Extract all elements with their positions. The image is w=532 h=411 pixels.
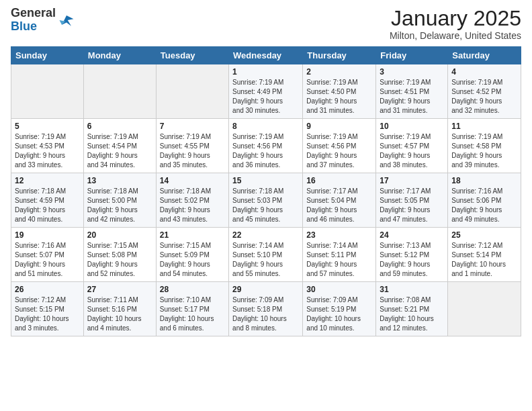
day-info: Sunrise: 7:19 AMSunset: 4:56 PMDaylight:… <box>306 132 372 170</box>
day-info: Sunrise: 7:12 AMSunset: 5:14 PMDaylight:… <box>451 241 517 279</box>
day-number: 18 <box>451 176 517 185</box>
day-number: 7 <box>160 122 225 131</box>
svg-marker-0 <box>62 15 74 26</box>
day-number: 28 <box>160 285 225 294</box>
day-info: Sunrise: 7:17 AMSunset: 5:04 PMDaylight:… <box>306 187 372 224</box>
day-number: 12 <box>15 176 80 185</box>
table-row: 30Sunrise: 7:09 AMSunset: 5:19 PMDayligh… <box>303 282 376 336</box>
table-row: 1Sunrise: 7:19 AMSunset: 4:49 PMDaylight… <box>229 64 303 119</box>
day-number: 27 <box>87 285 152 294</box>
day-number: 22 <box>232 230 299 240</box>
day-info: Sunrise: 7:14 AMSunset: 5:10 PMDaylight:… <box>232 241 299 279</box>
table-row: 31Sunrise: 7:08 AMSunset: 5:21 PMDayligh… <box>376 282 448 336</box>
day-info: Sunrise: 7:19 AMSunset: 4:49 PMDaylight:… <box>232 78 299 116</box>
calendar-table: Sunday Monday Tuesday Wednesday Thursday… <box>11 46 521 336</box>
day-number: 13 <box>87 176 152 185</box>
calendar-week-row: 19Sunrise: 7:16 AMSunset: 5:07 PMDayligh… <box>11 228 521 282</box>
day-info: Sunrise: 7:19 AMSunset: 4:56 PMDaylight:… <box>232 132 299 170</box>
table-row: 13Sunrise: 7:18 AMSunset: 5:00 PMDayligh… <box>83 173 156 228</box>
day-number: 21 <box>160 230 225 240</box>
day-info: Sunrise: 7:19 AMSunset: 4:52 PMDaylight:… <box>451 78 517 116</box>
table-row: 15Sunrise: 7:18 AMSunset: 5:03 PMDayligh… <box>229 173 303 228</box>
day-info: Sunrise: 7:19 AMSunset: 4:54 PMDaylight:… <box>87 132 152 170</box>
day-number: 30 <box>306 285 372 294</box>
day-info: Sunrise: 7:19 AMSunset: 4:57 PMDaylight:… <box>380 132 444 170</box>
table-row: 16Sunrise: 7:17 AMSunset: 5:04 PMDayligh… <box>303 173 376 228</box>
table-row: 20Sunrise: 7:15 AMSunset: 5:08 PMDayligh… <box>83 228 156 282</box>
day-info: Sunrise: 7:15 AMSunset: 5:09 PMDaylight:… <box>160 241 225 279</box>
day-number: 14 <box>160 176 225 185</box>
day-number: 6 <box>87 122 152 131</box>
day-number: 2 <box>306 67 372 77</box>
day-info: Sunrise: 7:13 AMSunset: 5:12 PMDaylight:… <box>380 241 444 279</box>
col-wednesday: Wednesday <box>229 47 303 64</box>
title-block: January 2025 Milton, Delaware, United St… <box>390 7 521 41</box>
day-info: Sunrise: 7:08 AMSunset: 5:21 PMDaylight:… <box>380 295 444 333</box>
table-row: 7Sunrise: 7:19 AMSunset: 4:55 PMDaylight… <box>156 119 228 173</box>
table-row: 8Sunrise: 7:19 AMSunset: 4:56 PMDaylight… <box>229 119 303 173</box>
day-number: 19 <box>15 230 80 240</box>
day-number: 25 <box>451 230 517 240</box>
day-info: Sunrise: 7:19 AMSunset: 4:51 PMDaylight:… <box>380 78 444 116</box>
day-number: 4 <box>451 67 517 77</box>
day-info: Sunrise: 7:18 AMSunset: 5:02 PMDaylight:… <box>160 187 225 224</box>
logo-bird-icon <box>57 11 76 30</box>
day-info: Sunrise: 7:18 AMSunset: 5:00 PMDaylight:… <box>87 187 152 224</box>
day-info: Sunrise: 7:09 AMSunset: 5:19 PMDaylight:… <box>306 295 372 333</box>
table-row <box>448 282 521 336</box>
location: Milton, Delaware, United States <box>390 30 521 41</box>
day-info: Sunrise: 7:18 AMSunset: 4:59 PMDaylight:… <box>15 187 80 224</box>
table-row: 27Sunrise: 7:11 AMSunset: 5:16 PMDayligh… <box>83 282 156 336</box>
table-row: 22Sunrise: 7:14 AMSunset: 5:10 PMDayligh… <box>229 228 303 282</box>
table-row: 2Sunrise: 7:19 AMSunset: 4:50 PMDaylight… <box>303 64 376 119</box>
table-row: 24Sunrise: 7:13 AMSunset: 5:12 PMDayligh… <box>376 228 448 282</box>
table-row: 5Sunrise: 7:19 AMSunset: 4:53 PMDaylight… <box>11 119 84 173</box>
day-info: Sunrise: 7:19 AMSunset: 4:53 PMDaylight:… <box>15 132 80 170</box>
day-number: 26 <box>15 285 80 294</box>
calendar-week-row: 12Sunrise: 7:18 AMSunset: 4:59 PMDayligh… <box>11 173 521 228</box>
day-info: Sunrise: 7:17 AMSunset: 5:05 PMDaylight:… <box>380 187 444 224</box>
day-info: Sunrise: 7:09 AMSunset: 5:18 PMDaylight:… <box>232 295 299 333</box>
table-row: 23Sunrise: 7:14 AMSunset: 5:11 PMDayligh… <box>303 228 376 282</box>
col-tuesday: Tuesday <box>156 47 228 64</box>
table-row: 19Sunrise: 7:16 AMSunset: 5:07 PMDayligh… <box>11 228 84 282</box>
table-row: 18Sunrise: 7:16 AMSunset: 5:06 PMDayligh… <box>448 173 521 228</box>
table-row: 6Sunrise: 7:19 AMSunset: 4:54 PMDaylight… <box>83 119 156 173</box>
day-number: 10 <box>380 122 444 131</box>
table-row <box>83 64 156 119</box>
calendar-week-row: 5Sunrise: 7:19 AMSunset: 4:53 PMDaylight… <box>11 119 521 173</box>
day-number: 31 <box>380 285 444 294</box>
day-info: Sunrise: 7:11 AMSunset: 5:16 PMDaylight:… <box>87 295 152 333</box>
day-info: Sunrise: 7:16 AMSunset: 5:06 PMDaylight:… <box>451 187 517 224</box>
table-row: 17Sunrise: 7:17 AMSunset: 5:05 PMDayligh… <box>376 173 448 228</box>
col-saturday: Saturday <box>448 47 521 64</box>
table-row: 4Sunrise: 7:19 AMSunset: 4:52 PMDaylight… <box>448 64 521 119</box>
day-info: Sunrise: 7:10 AMSunset: 5:17 PMDaylight:… <box>160 295 225 333</box>
table-row: 3Sunrise: 7:19 AMSunset: 4:51 PMDaylight… <box>376 64 448 119</box>
day-info: Sunrise: 7:14 AMSunset: 5:11 PMDaylight:… <box>306 241 372 279</box>
table-row: 25Sunrise: 7:12 AMSunset: 5:14 PMDayligh… <box>448 228 521 282</box>
col-friday: Friday <box>376 47 448 64</box>
day-info: Sunrise: 7:12 AMSunset: 5:15 PMDaylight:… <box>15 295 80 333</box>
day-number: 20 <box>87 230 152 240</box>
table-row: 28Sunrise: 7:10 AMSunset: 5:17 PMDayligh… <box>156 282 228 336</box>
day-number: 5 <box>15 122 80 131</box>
logo-blue: Blue <box>11 20 56 34</box>
day-number: 11 <box>451 122 517 131</box>
day-info: Sunrise: 7:16 AMSunset: 5:07 PMDaylight:… <box>15 241 80 279</box>
col-monday: Monday <box>83 47 156 64</box>
day-info: Sunrise: 7:18 AMSunset: 5:03 PMDaylight:… <box>232 187 299 224</box>
day-info: Sunrise: 7:19 AMSunset: 4:58 PMDaylight:… <box>451 132 517 170</box>
day-info: Sunrise: 7:19 AMSunset: 4:55 PMDaylight:… <box>160 132 225 170</box>
calendar-week-row: 26Sunrise: 7:12 AMSunset: 5:15 PMDayligh… <box>11 282 521 336</box>
day-number: 1 <box>232 67 299 77</box>
calendar-header-row: Sunday Monday Tuesday Wednesday Thursday… <box>11 47 521 64</box>
day-number: 3 <box>380 67 444 77</box>
table-row: 29Sunrise: 7:09 AMSunset: 5:18 PMDayligh… <box>229 282 303 336</box>
month-title: January 2025 <box>390 7 521 30</box>
day-number: 24 <box>380 230 444 240</box>
day-number: 16 <box>306 176 372 185</box>
day-number: 23 <box>306 230 372 240</box>
table-row: 9Sunrise: 7:19 AMSunset: 4:56 PMDaylight… <box>303 119 376 173</box>
day-number: 8 <box>232 122 299 131</box>
